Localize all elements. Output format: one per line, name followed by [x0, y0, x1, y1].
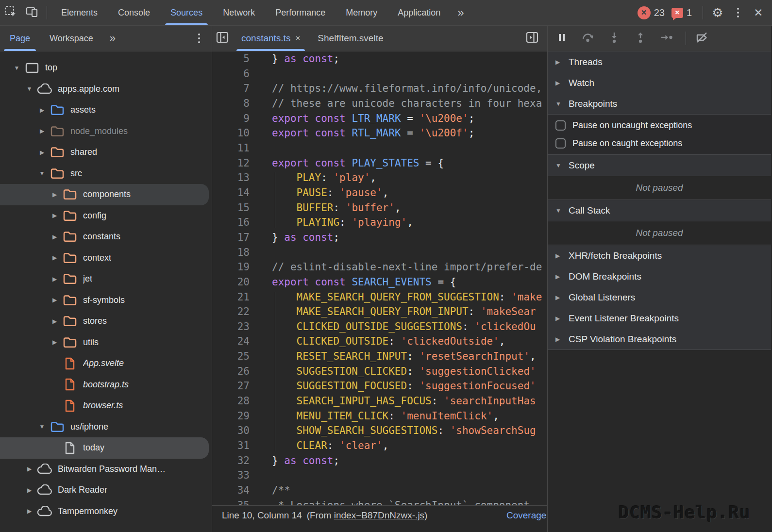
line-number[interactable]: 33	[212, 468, 257, 483]
issues-icon[interactable]: ✕	[671, 8, 683, 18]
checkbox-pause-on-uncaught-exceptions[interactable]: Pause on uncaught exceptions	[548, 116, 771, 134]
pause-button[interactable]	[554, 31, 569, 46]
step-over-button[interactable]	[581, 31, 595, 46]
line-number[interactable]: 26	[212, 364, 257, 379]
line-number[interactable]: 7	[212, 81, 257, 96]
tree-item-app-svelte[interactable]: App.svelte	[0, 353, 212, 374]
more-panels-chevron[interactable]: »	[451, 6, 470, 19]
line-number[interactable]: 19	[212, 260, 257, 275]
tree-item-browser-ts[interactable]: browser.ts	[0, 395, 212, 416]
debugger-section-global-listeners[interactable]: ▶Global Listeners	[548, 287, 771, 308]
line-number[interactable]: 13	[212, 170, 257, 185]
tree-item-jet[interactable]: ▶jet	[0, 268, 212, 290]
tree-item-assets[interactable]: ▶assets	[0, 100, 212, 121]
line-number[interactable]: 35	[212, 498, 257, 505]
line-number[interactable]: 8	[212, 96, 257, 111]
section-caret-collapsed-icon[interactable]: ▶	[555, 315, 569, 322]
tree-item-utils[interactable]: ▶utils	[0, 332, 212, 353]
tree-caret-collapsed-icon[interactable]: ▶	[36, 149, 48, 156]
line-number[interactable]: 25	[212, 349, 257, 364]
line-number[interactable]: 21	[212, 290, 257, 305]
tree-item-constants[interactable]: ▶constants	[0, 226, 212, 248]
tree-caret-collapsed-icon[interactable]: ▶	[36, 128, 48, 134]
tree-item-today[interactable]: today	[0, 437, 209, 459]
line-number[interactable]: 30	[212, 423, 257, 438]
line-number[interactable]: 5	[212, 51, 257, 66]
coverage-link[interactable]: Coverage	[506, 510, 547, 521]
tree-caret-expanded-icon[interactable]: ▼	[36, 170, 48, 177]
editor-tab-constants-ts[interactable]: constants.ts×	[233, 26, 309, 51]
line-number[interactable]: 34	[212, 483, 257, 498]
line-number[interactable]: 22	[212, 304, 257, 319]
debugger-section-breakpoints[interactable]: ▼Breakpoints	[548, 93, 771, 114]
section-caret-expanded-icon[interactable]: ▼	[555, 162, 569, 169]
debugger-section-call-stack[interactable]: ▼Call Stack	[548, 200, 771, 221]
navigator-more-tabs-chevron[interactable]: »	[103, 32, 122, 45]
tree-caret-collapsed-icon[interactable]: ▶	[49, 191, 61, 198]
line-number[interactable]: 9	[212, 111, 257, 126]
tree-item-top[interactable]: ▼top	[0, 57, 212, 79]
panel-tab-elements[interactable]: Elements	[51, 0, 108, 25]
code-view[interactable]: 5} as const;67// https://www.fileformat.…	[212, 51, 547, 505]
tree-item-apps-apple-com[interactable]: ▼apps.apple.com	[0, 79, 212, 100]
tree-caret-collapsed-icon[interactable]: ▶	[49, 212, 61, 219]
line-number[interactable]: 18	[212, 245, 257, 260]
device-toolbar-button[interactable]	[21, 0, 43, 25]
panel-tab-console[interactable]: Console	[108, 0, 160, 25]
line-number[interactable]: 20	[212, 275, 257, 290]
line-number[interactable]: 10	[212, 126, 257, 141]
debugger-section-csp-violation-breakpoints[interactable]: ▶CSP Violation Breakpoints	[548, 329, 771, 349]
step-button[interactable]	[659, 31, 674, 46]
section-caret-collapsed-icon[interactable]: ▶	[555, 80, 569, 86]
debugger-section-scope[interactable]: ▼Scope	[548, 155, 771, 176]
navigator-tab-workspace[interactable]: Workspace	[40, 26, 103, 51]
section-caret-expanded-icon[interactable]: ▼	[555, 207, 569, 214]
checkbox-box[interactable]	[555, 138, 566, 149]
checkbox-pause-on-caught-exceptions[interactable]: Pause on caught exceptions	[548, 134, 771, 152]
line-number[interactable]: 28	[212, 394, 257, 409]
close-devtools-button[interactable]: ✕	[748, 0, 769, 25]
line-number[interactable]: 15	[212, 200, 257, 216]
tree-caret-collapsed-icon[interactable]: ▶	[23, 466, 35, 472]
tree-item-config[interactable]: ▶config	[0, 205, 212, 227]
line-number[interactable]: 24	[212, 334, 257, 349]
section-caret-collapsed-icon[interactable]: ▶	[555, 273, 569, 280]
panel-tab-network[interactable]: Network	[213, 0, 265, 25]
source-map-link[interactable]: index~B87DnNzwx-.js	[334, 510, 424, 520]
tree-item-context[interactable]: ▶context	[0, 248, 212, 269]
line-number[interactable]: 31	[212, 438, 257, 453]
inspect-element-button[interactable]	[0, 0, 21, 25]
error-count[interactable]: 23	[654, 7, 665, 18]
close-tab-icon[interactable]: ×	[295, 33, 300, 43]
section-caret-collapsed-icon[interactable]: ▶	[555, 294, 569, 301]
tree-caret-collapsed-icon[interactable]: ▶	[49, 339, 61, 346]
panel-tab-performance[interactable]: Performance	[265, 0, 336, 25]
tree-item-tampermonkey[interactable]: ▶Tampermonkey	[0, 501, 212, 522]
tree-caret-collapsed-icon[interactable]: ▶	[49, 233, 61, 240]
navigator-tab-page[interactable]: Page	[0, 26, 40, 51]
checkbox-box[interactable]	[555, 120, 566, 131]
tree-item-bitwarden-password-man[interactable]: ▶Bitwarden Password Man…	[0, 459, 212, 480]
line-number[interactable]: 27	[212, 379, 257, 394]
editor-tab-shelfitem-svelte[interactable]: ShelfItem.svelte	[309, 26, 392, 51]
issue-count[interactable]: 1	[687, 7, 692, 18]
debugger-section-threads[interactable]: ▶Threads	[548, 51, 771, 72]
line-number[interactable]: 14	[212, 185, 257, 200]
step-into-button[interactable]	[607, 31, 621, 46]
tree-caret-collapsed-icon[interactable]: ▶	[49, 276, 61, 283]
panel-tab-sources[interactable]: Sources	[160, 0, 213, 25]
error-badge-icon[interactable]: ✕	[638, 6, 651, 19]
tree-caret-collapsed-icon[interactable]: ▶	[23, 508, 35, 515]
line-number[interactable]: 23	[212, 319, 257, 334]
tree-item-us-iphone[interactable]: ▼us/iphone	[0, 416, 212, 438]
tree-item-components[interactable]: ▶components	[0, 184, 209, 205]
devtools-menu-button[interactable]	[728, 0, 748, 25]
line-number[interactable]: 12	[212, 156, 257, 171]
section-caret-collapsed-icon[interactable]: ▶	[555, 252, 569, 259]
settings-button[interactable]: ⚙	[707, 0, 728, 25]
tree-caret-expanded-icon[interactable]: ▼	[11, 65, 23, 71]
panel-tab-application[interactable]: Application	[387, 0, 451, 25]
tree-item-shared[interactable]: ▶shared	[0, 142, 212, 163]
line-number[interactable]: 29	[212, 409, 257, 424]
tree-caret-expanded-icon[interactable]: ▼	[23, 85, 35, 92]
